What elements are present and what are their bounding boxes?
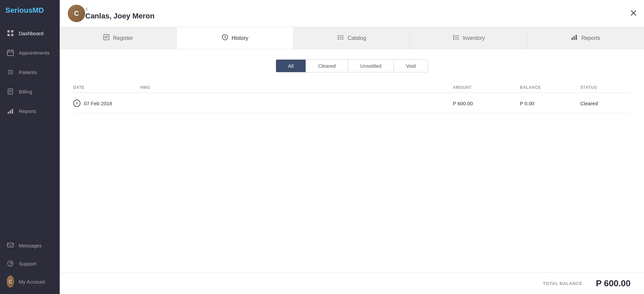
svg-rect-32 [453, 35, 454, 36]
billing-footer: TOTAL BALANCE P 600.00 [60, 273, 644, 294]
sidebar-item-my-account[interactable]: C My Account [0, 273, 60, 291]
date-value: 07 Feb 2018 [84, 101, 112, 106]
svg-rect-17 [12, 109, 13, 114]
svg-rect-3 [11, 34, 13, 36]
tab-reports[interactable]: Reports [527, 27, 644, 49]
patient-avatar: C [68, 5, 85, 22]
sidebar: SeriousMD Dashboard [0, 0, 60, 294]
tab-catalog-label: Catalog [347, 35, 366, 41]
catalog-icon [337, 34, 344, 42]
svg-rect-38 [572, 38, 573, 40]
tab-register[interactable]: Register [60, 27, 177, 49]
reports-tab-icon [571, 34, 578, 42]
filter-unsettled-button[interactable]: Unsettled [348, 60, 394, 72]
svg-rect-0 [7, 30, 10, 33]
expand-row-button[interactable]: + [73, 100, 80, 107]
svg-rect-36 [453, 39, 454, 40]
sidebar-item-label: Reports [19, 108, 37, 114]
sidebar-item-support[interactable]: ? Support [0, 254, 60, 273]
col-balance: BALANCE [520, 85, 580, 90]
svg-rect-26 [338, 35, 339, 36]
sidebar-bottom: Messages ? Support C My Account [0, 236, 60, 294]
support-icon: ? [7, 260, 14, 267]
svg-rect-1 [11, 30, 13, 33]
tab-catalog[interactable]: Catalog [293, 27, 411, 49]
cell-balance: P 0.00 [520, 101, 580, 106]
svg-rect-39 [574, 36, 575, 40]
cell-date: + 07 Feb 2018 [73, 100, 140, 107]
logo-text: SeriousMD [5, 6, 44, 15]
account-avatar: C [7, 276, 14, 288]
tab-bar: Register History [60, 27, 644, 49]
sidebar-item-billing[interactable]: Billing [0, 82, 60, 101]
inventory-icon [453, 34, 460, 42]
history-icon [222, 34, 228, 42]
tab-inventory[interactable]: Inventory [411, 27, 528, 49]
messages-icon [7, 242, 14, 249]
tab-reports-label: Reports [581, 35, 600, 41]
cell-status: Cleared [580, 101, 631, 106]
sidebar-item-label: Billing [19, 89, 32, 95]
close-button[interactable]: ✕ [630, 9, 637, 18]
patient-info: 4 Canlas, Joey Meron [85, 7, 155, 20]
svg-rect-4 [7, 50, 13, 56]
appointments-icon [7, 49, 14, 56]
sidebar-item-label: Dashboard [19, 31, 43, 36]
svg-rect-28 [338, 37, 339, 38]
svg-text:?: ? [9, 261, 12, 266]
patients-icon [7, 68, 14, 76]
sidebar-item-dashboard[interactable]: Dashboard [0, 23, 60, 43]
patient-number: 4 [85, 7, 155, 12]
sidebar-nav: Dashboard Appointments [0, 21, 60, 236]
sidebar-item-patients[interactable]: Patients [0, 62, 60, 82]
col-status: STATUS [580, 85, 631, 90]
reports-icon [7, 107, 14, 115]
filter-bar: All Cleared Unsettled Void [73, 59, 631, 72]
sidebar-item-reports[interactable]: Reports [0, 101, 60, 121]
filter-all-button[interactable]: All [276, 60, 306, 72]
main-content: C 4 Canlas, Joey Meron ✕ Register [60, 0, 644, 294]
cell-amount: P 600.00 [453, 101, 520, 106]
billing-table: DATE HMO AMOUNT BALANCE STATUS + 07 Feb … [73, 82, 631, 113]
total-balance-label: TOTAL BALANCE [543, 281, 583, 286]
tab-inventory-label: Inventory [463, 35, 485, 41]
tab-history-label: History [232, 35, 249, 41]
col-amount: AMOUNT [453, 85, 520, 90]
sidebar-item-label: Support [19, 261, 37, 267]
sidebar-item-label: Patients [19, 69, 37, 75]
sidebar-item-appointments[interactable]: Appointments [0, 43, 60, 62]
sidebar-item-label: My Account [19, 279, 45, 285]
filter-void-button[interactable]: Void [394, 60, 428, 72]
svg-rect-16 [10, 110, 11, 114]
register-icon [103, 34, 110, 42]
svg-rect-30 [338, 39, 339, 40]
total-balance-amount: P 600.00 [596, 278, 631, 289]
tab-register-label: Register [113, 35, 133, 41]
col-date: DATE [73, 85, 140, 90]
dashboard-icon [7, 30, 14, 37]
billing-content: All Cleared Unsettled Void DATE HMO AMOU… [60, 49, 644, 273]
col-hmo: HMO [140, 85, 453, 90]
patient-name: Canlas, Joey Meron [85, 12, 155, 20]
sidebar-item-label: Messages [19, 243, 42, 248]
svg-rect-34 [453, 37, 454, 38]
patient-header: C 4 Canlas, Joey Meron ✕ [60, 0, 644, 27]
filter-cleared-button[interactable]: Cleared [306, 60, 348, 72]
svg-rect-15 [8, 112, 9, 114]
my-account-icon: C [7, 278, 14, 285]
svg-rect-18 [7, 243, 13, 247]
sidebar-item-messages[interactable]: Messages [0, 236, 60, 254]
table-row: + 07 Feb 2018 P 600.00 P 0.00 Cleared [73, 94, 631, 113]
tab-history[interactable]: History [177, 27, 294, 49]
svg-rect-2 [7, 34, 10, 36]
svg-rect-40 [576, 35, 577, 40]
sidebar-item-label: Appointments [19, 50, 50, 56]
table-header: DATE HMO AMOUNT BALANCE STATUS [73, 82, 631, 93]
filter-group: All Cleared Unsettled Void [276, 59, 428, 72]
app-logo: SeriousMD [0, 0, 60, 21]
billing-icon [7, 88, 14, 95]
